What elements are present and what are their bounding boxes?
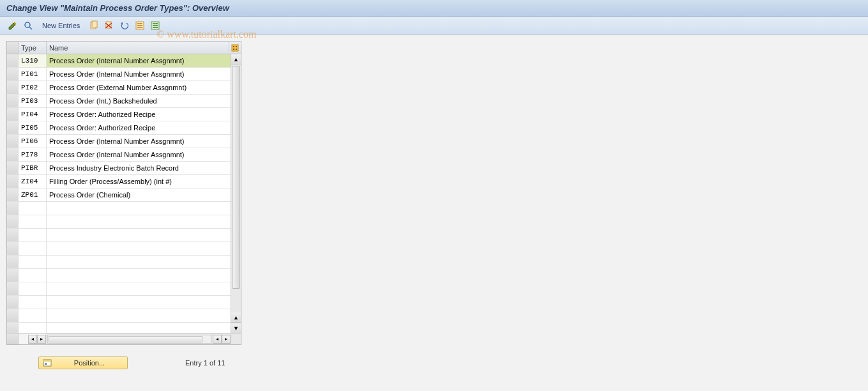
cell-name[interactable]: Process Order (External Number Assgnmnt) [47,81,231,94]
cell-type[interactable]: PI02 [19,81,47,94]
column-header-name[interactable]: Name [47,42,229,54]
row-selector[interactable] [7,121,19,134]
table-row[interactable] [7,242,231,256]
scroll-up-icon[interactable]: ▲ [231,54,241,65]
table-row[interactable]: PI03Process Order (Int.) Backsheduled [7,95,231,108]
vertical-scrollbar[interactable]: ▲ ▲ ▼ [231,54,241,333]
hscroll-track[interactable] [47,335,212,344]
table-row[interactable] [7,229,231,242]
change-icon[interactable] [6,19,19,32]
cell-type[interactable]: L310 [19,54,47,67]
cell-type[interactable] [19,296,47,309]
row-selector[interactable] [7,242,19,255]
row-selector[interactable] [7,296,19,309]
position-button[interactable]: Position... [38,356,128,369]
row-selector[interactable] [7,68,19,80]
cell-name[interactable]: Process Order (Internal Number Assgnmnt) [47,54,231,67]
table-row[interactable] [7,215,231,229]
column-header-type[interactable]: Type [19,42,47,54]
row-selector[interactable] [7,95,19,107]
scroll-track[interactable] [231,65,241,312]
table-row[interactable]: PI01Process Order (Internal Number Assgn… [7,68,231,81]
cell-type[interactable] [19,323,47,333]
cell-type[interactable]: PI05 [19,121,47,134]
cell-name[interactable]: Process Order (Internal Number Assgnmnt) [47,148,231,161]
cell-name[interactable] [47,269,231,282]
table-row[interactable] [7,296,231,309]
table-row[interactable]: L310Process Order (Internal Number Assgn… [7,54,231,68]
row-selector[interactable] [7,256,19,268]
table-row[interactable] [7,269,231,282]
table-settings-icon[interactable] [229,42,241,54]
row-selector[interactable] [7,188,19,201]
row-selector[interactable] [7,229,19,241]
table-row[interactable] [7,282,231,296]
row-selector[interactable] [7,108,19,121]
scroll-up2-icon[interactable]: ▲ [231,312,241,323]
table-row[interactable] [7,202,231,215]
cell-type[interactable]: PI04 [19,108,47,121]
cell-name[interactable] [47,323,231,333]
table-row[interactable]: PI78Process Order (Internal Number Assgn… [7,148,231,162]
cell-name[interactable]: Process Order (Chemical) [47,188,231,201]
scroll-left-icon[interactable]: ▸ [37,335,46,344]
cell-name[interactable] [47,309,231,322]
row-selector[interactable] [7,309,19,322]
cell-name[interactable]: Process Order: Authorized Recipe [47,108,231,121]
hscroll-thumb[interactable] [49,336,202,342]
select-all-column[interactable] [7,42,19,54]
table-row[interactable] [7,323,231,333]
delete-icon[interactable] [103,19,116,32]
cell-type[interactable]: ZP01 [19,188,47,201]
cell-name[interactable]: Process Order: Authorized Recipe [47,121,231,134]
horizontal-scrollbar[interactable]: ◂ ▸ ◂ ▸ [7,333,241,344]
row-selector[interactable] [7,81,19,94]
row-selector[interactable] [7,215,19,228]
table-row[interactable] [7,309,231,323]
row-selector[interactable] [7,282,19,295]
table-row[interactable]: ZI04Filling Order (Process/Assembly) (in… [7,175,231,188]
row-selector[interactable] [7,162,19,174]
cell-type[interactable] [19,282,47,295]
cell-type[interactable]: PI78 [19,148,47,161]
row-selector[interactable] [7,175,19,188]
table-row[interactable]: ZP01Process Order (Chemical) [7,188,231,202]
cell-type[interactable] [19,309,47,322]
scroll-right-end-icon[interactable]: ▸ [222,335,231,344]
new-entries-button[interactable]: New Entries [37,19,85,32]
cell-type[interactable] [19,215,47,228]
cell-name[interactable] [47,215,231,228]
row-selector[interactable] [7,54,19,67]
cell-type[interactable]: PI03 [19,95,47,107]
table-row[interactable] [7,256,231,269]
row-selector[interactable] [7,148,19,161]
undo-icon[interactable] [118,19,131,32]
scroll-down-icon[interactable]: ▼ [231,323,241,333]
copy-icon[interactable] [88,19,100,32]
table-row[interactable]: PI05Process Order: Authorized Recipe [7,121,231,135]
cell-name[interactable] [47,229,231,241]
cell-name[interactable]: Process Order (Internal Number Assgnmnt) [47,135,231,148]
table-row[interactable]: PI06Process Order (Internal Number Assgn… [7,135,231,148]
cell-type[interactable] [19,256,47,268]
scroll-right-icon[interactable]: ◂ [213,335,222,344]
details-icon[interactable] [22,19,34,32]
cell-type[interactable]: PIBR [19,162,47,174]
cell-type[interactable] [19,242,47,255]
table-row[interactable]: PIBRProcess Industry Electronic Batch Re… [7,162,231,175]
cell-name[interactable]: Process Industry Electronic Batch Record [47,162,231,174]
cell-type[interactable] [19,229,47,241]
row-selector[interactable] [7,135,19,148]
cell-type[interactable] [19,202,47,215]
cell-name[interactable] [47,282,231,295]
cell-name[interactable] [47,256,231,268]
row-selector[interactable] [7,269,19,282]
cell-type[interactable]: PI06 [19,135,47,148]
cell-name[interactable] [47,296,231,309]
row-selector[interactable] [7,202,19,215]
scroll-thumb[interactable] [232,66,240,289]
table-row[interactable]: PI04Process Order: Authorized Recipe [7,108,231,121]
cell-name[interactable]: Filling Order (Process/Assembly) (int #) [47,175,231,188]
table-row[interactable]: PI02Process Order (External Number Assgn… [7,81,231,95]
select-all-icon[interactable] [133,19,146,32]
